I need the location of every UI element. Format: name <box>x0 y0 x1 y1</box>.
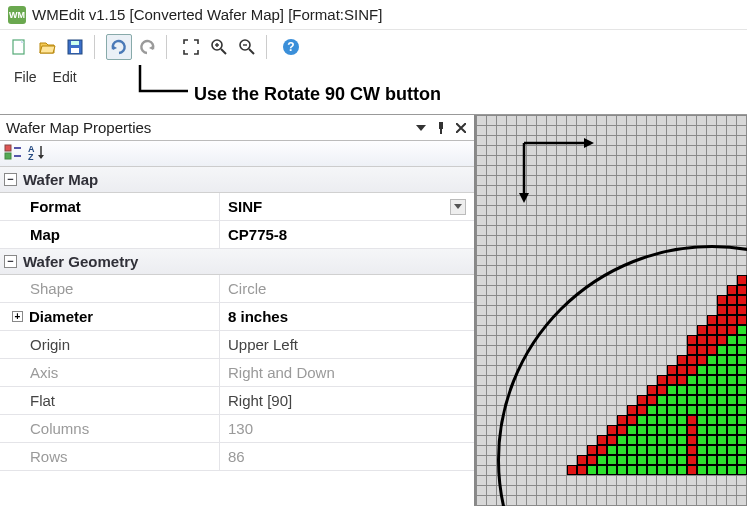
prop-row-rows[interactable]: Rows 86 <box>0 443 474 471</box>
die-pass <box>707 375 717 385</box>
expand-toggle[interactable]: + <box>12 311 23 322</box>
die-fail <box>717 305 727 315</box>
prop-row-diameter[interactable]: +Diameter 8 inches <box>0 303 474 331</box>
die-pass <box>717 445 727 455</box>
die-pass <box>657 415 667 425</box>
prop-row-flat[interactable]: Flat Right [90] <box>0 387 474 415</box>
die-row <box>547 275 747 285</box>
die-pass <box>657 455 667 465</box>
die-pass <box>727 385 737 395</box>
die-pass <box>637 425 647 435</box>
die-row <box>547 395 747 405</box>
die-fail <box>687 415 697 425</box>
die-pass <box>737 365 747 375</box>
prop-key: Format <box>0 193 220 220</box>
die-row <box>547 465 747 475</box>
die-pass <box>647 465 657 475</box>
categorized-view-button[interactable] <box>4 144 22 163</box>
die-fail <box>577 465 587 475</box>
alphabetical-view-button[interactable]: AZ <box>28 144 48 163</box>
die-pass <box>597 465 607 475</box>
die-pass <box>637 455 647 465</box>
property-sort-bar: AZ <box>0 141 474 167</box>
die-fail <box>707 325 717 335</box>
format-dropdown-icon[interactable] <box>450 199 466 215</box>
prop-row-axis[interactable]: Axis Right and Down <box>0 359 474 387</box>
prop-key: Columns <box>0 415 220 442</box>
die-fail <box>627 405 637 415</box>
die-pass <box>707 415 717 425</box>
prop-row-shape[interactable]: Shape Circle <box>0 275 474 303</box>
prop-row-origin[interactable]: Origin Upper Left <box>0 331 474 359</box>
panel-close-icon[interactable] <box>454 121 468 135</box>
die-fail <box>587 445 597 455</box>
die-pass <box>647 425 657 435</box>
die-fail <box>607 435 617 445</box>
die-pass <box>707 355 717 365</box>
die-pass <box>717 425 727 435</box>
die-pass <box>707 425 717 435</box>
die-pass <box>737 345 747 355</box>
rotate-cw-button[interactable] <box>106 34 132 60</box>
help-button[interactable]: ? <box>278 34 304 60</box>
die-pass <box>607 445 617 455</box>
wafer-map-view[interactable] <box>476 115 747 506</box>
prop-key: Rows <box>0 443 220 470</box>
die-fail <box>697 355 707 365</box>
panel-dropdown-icon[interactable] <box>414 121 428 135</box>
zoom-out-button[interactable] <box>234 34 260 60</box>
die-pass <box>697 455 707 465</box>
panel-pin-icon[interactable] <box>434 121 448 135</box>
die-fail <box>737 305 747 315</box>
svg-rect-16 <box>5 153 11 159</box>
die-fail <box>677 365 687 375</box>
fit-screen-button[interactable] <box>178 34 204 60</box>
die-pass <box>727 335 737 345</box>
properties-panel: Wafer Map Properties AZ − Wafer Map Form… <box>0 115 476 506</box>
die-pass <box>697 435 707 445</box>
die-pass <box>627 465 637 475</box>
die-pass <box>627 435 637 445</box>
die-fail <box>667 375 677 385</box>
new-file-button[interactable] <box>6 34 32 60</box>
save-file-button[interactable] <box>62 34 88 60</box>
prop-row-format[interactable]: Format SINF <box>0 193 474 221</box>
menu-file[interactable]: File <box>8 67 43 87</box>
die-fail <box>687 345 697 355</box>
rotate-ccw-button[interactable] <box>134 34 160 60</box>
collapse-toggle[interactable]: − <box>4 255 17 268</box>
die-pass <box>597 455 607 465</box>
prop-row-map[interactable]: Map CP775-8 <box>0 221 474 249</box>
collapse-toggle[interactable]: − <box>4 173 17 186</box>
die-row <box>547 405 747 415</box>
die-row <box>547 425 747 435</box>
die-pass <box>647 405 657 415</box>
menu-edit[interactable]: Edit <box>47 67 83 87</box>
prop-row-columns[interactable]: Columns 130 <box>0 415 474 443</box>
die-pass <box>707 435 717 445</box>
die-pass <box>687 395 697 405</box>
die-pass <box>637 445 647 455</box>
die-row <box>547 415 747 425</box>
die-row <box>547 305 747 315</box>
category-wafer-geometry: − Wafer Geometry <box>0 249 474 275</box>
die-fail <box>737 285 747 295</box>
die-pass <box>727 415 737 425</box>
die-row <box>547 335 747 345</box>
die-pass <box>697 385 707 395</box>
die-fail <box>707 315 717 325</box>
die-fail <box>707 345 717 355</box>
die-pass <box>667 465 677 475</box>
die-pass <box>667 445 677 455</box>
die-fail <box>657 385 667 395</box>
zoom-in-button[interactable] <box>206 34 232 60</box>
die-grid <box>547 275 747 506</box>
die-fail <box>687 445 697 455</box>
die-pass <box>657 435 667 445</box>
die-row <box>547 375 747 385</box>
die-pass <box>697 395 707 405</box>
svg-line-5 <box>221 49 226 54</box>
die-pass <box>737 405 747 415</box>
open-file-button[interactable] <box>34 34 60 60</box>
die-pass <box>627 455 637 465</box>
